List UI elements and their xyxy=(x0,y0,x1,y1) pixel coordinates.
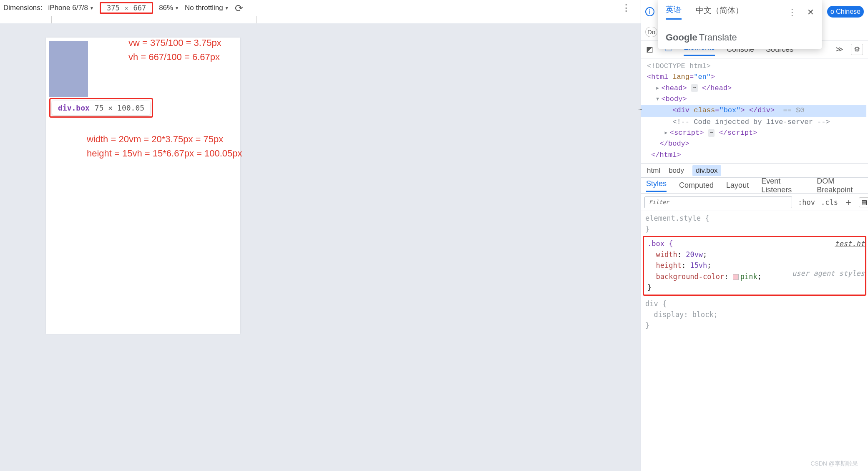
ua-source: user agent styles xyxy=(792,268,865,279)
new-rule-icon[interactable]: ＋ xyxy=(844,196,853,209)
page-frame xyxy=(46,38,240,334)
translate-close-icon[interactable]: ✕ xyxy=(807,7,814,17)
inspect-tooltip-annotated: div.box 75 × 100.05 xyxy=(49,98,153,118)
styles-filter-row: :hov .cls ＋ ▤ xyxy=(641,194,868,211)
crumb-divbox[interactable]: div.box xyxy=(692,165,721,176)
chevron-down-icon: ▼ xyxy=(175,6,179,10)
styles-filter-input[interactable] xyxy=(644,196,792,208)
tab-layout[interactable]: Layout xyxy=(726,181,749,190)
chevron-down-icon: ▼ xyxy=(225,6,229,10)
info-icon[interactable]: i xyxy=(645,7,654,16)
color-swatch-icon[interactable] xyxy=(733,274,739,280)
google-translate-brand: Google Translate xyxy=(666,32,814,43)
times-symbol: × xyxy=(125,5,128,12)
tooltip-size: 75 × 100.05 xyxy=(95,103,144,112)
breadcrumb[interactable]: html body div.box xyxy=(641,164,868,178)
annotation-vw-vh: vw = 375/100 = 3.75px vh = 667/100 = 6.6… xyxy=(128,36,221,64)
info-pill-right[interactable]: o Chinese xyxy=(827,6,864,18)
watermark: CSDN @李斯啦果 xyxy=(810,460,858,468)
inspect-tooltip: div.box 75 × 100.05 xyxy=(52,101,150,115)
device-canvas: vw = 375/100 = 3.75px vh = 667/100 = 6.6… xyxy=(0,23,641,471)
device-select[interactable]: iPhone 6/7/8▼ xyxy=(48,4,94,12)
tab-dom-breakpoints[interactable]: DOM Breakpoint xyxy=(817,177,863,194)
dom-selected-row[interactable]: ⋯ <div class="box"> </div> == $0 xyxy=(641,105,866,116)
panel-icon[interactable]: ▤ xyxy=(859,197,868,207)
rule-source-link[interactable]: test.ht xyxy=(835,238,865,249)
chevron-down-icon: ▼ xyxy=(90,6,94,10)
viewport-height-input[interactable]: 667 xyxy=(133,4,146,12)
annotation-width-height: width = 20vm = 20*3.75px = 75px height =… xyxy=(87,132,242,161)
info-pill-ghost[interactable]: Do xyxy=(645,27,657,37)
crumb-body[interactable]: body xyxy=(669,166,684,175)
dimensions-label: Dimensions: xyxy=(3,4,43,12)
tab-styles[interactable]: Styles xyxy=(646,179,667,192)
rotate-icon[interactable]: ⟳ xyxy=(235,3,243,14)
crumb-html[interactable]: html xyxy=(647,166,660,175)
settings-icon[interactable]: ⚙ xyxy=(851,44,863,55)
translate-tab-chinese[interactable]: 中文（简体） xyxy=(696,5,743,19)
tab-event-listeners[interactable]: Event Listeners xyxy=(761,177,804,194)
viewport-size-annotated: 375 × 667 xyxy=(100,2,153,14)
tooltip-selector: div.box xyxy=(58,103,90,112)
viewport-width-input[interactable]: 375 xyxy=(107,4,120,12)
more-menu-icon[interactable]: ⋮ xyxy=(621,3,630,13)
tabs-overflow-icon[interactable]: ≫ xyxy=(835,45,843,54)
translate-tab-english[interactable]: 英语 xyxy=(666,4,682,20)
translate-popup: 英语 中文（简体） ⋮ ✕ Google Translate xyxy=(658,0,822,49)
styles-tabbar: Styles Computed Layout Event Listeners D… xyxy=(641,178,868,194)
tab-computed[interactable]: Computed xyxy=(679,181,714,190)
hov-toggle[interactable]: :hov xyxy=(798,198,815,207)
zoom-select[interactable]: 86%▼ xyxy=(159,4,179,12)
dom-tree[interactable]: <!DOCTYPE html> <html lang="en"> ▸<head>… xyxy=(641,58,868,164)
translate-more-icon[interactable]: ⋮ xyxy=(788,7,796,17)
style-rules[interactable]: element.style { } test.ht .box { width: … xyxy=(641,211,868,335)
ruler xyxy=(0,16,641,23)
rule-box-annotated: test.ht .box { width: 20vw; height: 15vh… xyxy=(643,236,866,296)
cls-toggle[interactable]: .cls xyxy=(821,198,838,207)
device-toolbar: Dimensions: iPhone 6/7/8▼ 375 × 667 86%▼… xyxy=(0,0,641,16)
inspected-box[interactable] xyxy=(49,41,88,97)
inspect-icon[interactable]: ◩ xyxy=(646,45,653,54)
throttle-select[interactable]: No throttling▼ xyxy=(185,4,229,12)
